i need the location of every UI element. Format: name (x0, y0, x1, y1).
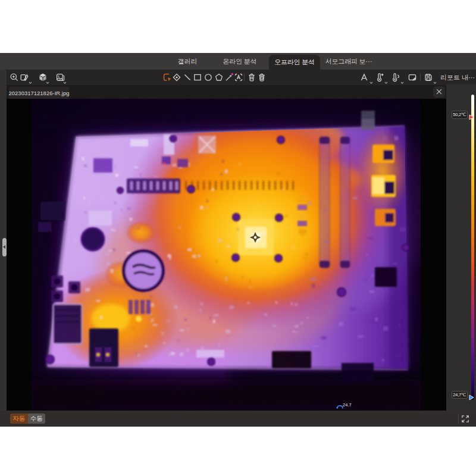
chevron-down-icon (433, 76, 437, 79)
tab-offline-analysis[interactable]: 오프라인 분석 (269, 55, 320, 70)
manual-mode-button[interactable]: 수동 (28, 414, 46, 424)
app-window: 갤러리 온라인 분석 오프라인 분석 서모그래피 보⋯ (0, 0, 476, 476)
select-tool-icon[interactable] (162, 73, 172, 82)
report-export-button[interactable]: 리포트 내⋯ (440, 70, 475, 85)
delete-all-icon[interactable] (257, 73, 267, 82)
chevron-down-icon (384, 76, 388, 79)
tab-online-analysis[interactable]: 온라인 분석 (216, 53, 264, 70)
zoom-icon[interactable] (10, 73, 19, 82)
scale-max-handle[interactable] (469, 112, 474, 118)
toolbar-separator (420, 74, 421, 81)
text-format-icon[interactable] (359, 73, 369, 82)
max-handle-triangle-icon (469, 114, 474, 120)
scale-min-chip[interactable]: 24,7℃ (452, 391, 468, 399)
chevron-down-icon (369, 76, 373, 79)
toolbar-separator (244, 74, 245, 81)
ellipse-tool-icon[interactable] (203, 73, 213, 82)
spot-tool-icon[interactable] (172, 73, 181, 82)
left-panel-strip (0, 70, 7, 411)
bottom-bar: 자동 수동 (0, 411, 476, 427)
scale-max-chip[interactable]: 50,2℃ (452, 111, 468, 119)
auto-mode-button[interactable]: 자동 (10, 414, 28, 424)
min-handle-triangle-icon (469, 394, 474, 400)
polygon-tool-icon[interactable] (214, 73, 224, 82)
measure-params-icon[interactable] (391, 73, 400, 82)
annotation-icon[interactable] (408, 73, 417, 82)
thermal-image: 50.2 24.7 (32, 99, 421, 410)
scale-mode-toggle: 자동 수동 (10, 414, 45, 424)
tab-gallery[interactable]: 갤러리 (173, 53, 202, 70)
toolbar: 리포트 내⋯ (0, 70, 476, 85)
bottom-separator (458, 414, 459, 424)
line-tool-icon[interactable] (183, 73, 192, 82)
chevron-down-icon (29, 76, 32, 79)
file-tab[interactable]: 20230317121826-IR.jpg (9, 87, 69, 99)
file-tab-bar: 20230317121826-IR.jpg (7, 85, 446, 99)
image-canvas[interactable]: 50.2 24.7 (7, 99, 446, 411)
chevron-down-icon (46, 76, 49, 79)
close-icon (436, 89, 442, 95)
panel-collapse-handle[interactable] (2, 238, 7, 256)
close-file-button[interactable] (433, 86, 446, 98)
temperature-unit-icon[interactable] (375, 73, 384, 82)
fullscreen-button[interactable] (461, 414, 470, 424)
auto-text-tool-icon[interactable] (234, 73, 243, 82)
nav-tab-bar: 갤러리 온라인 분석 오프라인 분석 서모그래피 보⋯ (0, 53, 476, 70)
scale-min-handle[interactable] (469, 392, 474, 398)
cold-spot-value: 24.7 (343, 402, 352, 408)
rectangle-tool-icon[interactable] (193, 73, 202, 82)
fullscreen-icon (461, 414, 470, 424)
scale-sidebar: 50,2℃ 24,7℃ (446, 84, 476, 411)
magic-wand-tool-icon[interactable] (224, 73, 234, 82)
fusion-mode-icon[interactable] (20, 73, 29, 82)
tab-thermography-report[interactable]: 서모그래피 보⋯ (323, 53, 374, 70)
chevron-down-icon (400, 76, 404, 79)
hot-spot-value: 50.2 (259, 231, 267, 236)
delete-icon[interactable] (247, 73, 256, 82)
chevron-down-icon (63, 76, 67, 79)
temperature-scale-bar[interactable] (471, 95, 475, 400)
save-icon[interactable] (424, 73, 433, 82)
